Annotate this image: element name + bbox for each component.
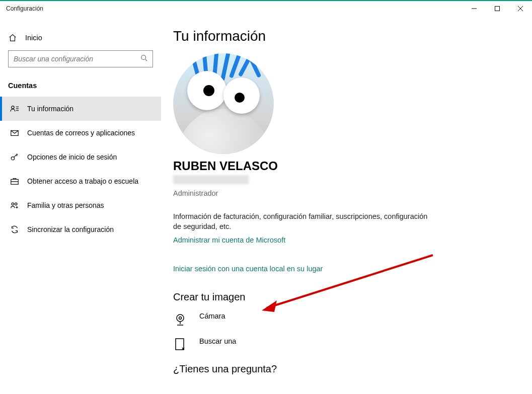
- sidebar: Inicio Cuentas Tu información: [0, 16, 161, 394]
- local-account-link[interactable]: Iniciar sesión con una cuenta local en s…: [173, 265, 323, 273]
- minimize-button[interactable]: [463, 1, 486, 16]
- mail-icon: [10, 128, 19, 137]
- search-icon: [140, 54, 147, 63]
- svg-point-6: [12, 106, 14, 109]
- sidebar-section-header: Cuentas: [0, 70, 161, 97]
- sync-icon: [10, 225, 19, 234]
- camera-option-label: Cámara: [199, 312, 225, 320]
- svg-point-15: [177, 314, 184, 322]
- sidebar-item-family[interactable]: Familia y otras personas: [0, 193, 161, 217]
- svg-line-5: [145, 59, 147, 61]
- sidebar-item-label: Obtener acceso a trabajo o escuela: [27, 177, 138, 185]
- svg-point-4: [141, 55, 146, 60]
- user-email-redacted: [173, 175, 249, 184]
- home-icon: [8, 33, 17, 42]
- main-panel: Tu información RUBEN VELASCO Administrad…: [161, 16, 532, 394]
- create-image-header: Crear tu imagen: [173, 291, 520, 303]
- sidebar-item-work-school[interactable]: Obtener acceso a trabajo o escuela: [0, 169, 161, 193]
- manage-account-link[interactable]: Administrar mi cuenta de Microsoft: [173, 236, 285, 244]
- sidebar-item-email-accounts[interactable]: Cuentas de correos y aplicaciones: [0, 121, 161, 145]
- key-icon: [10, 152, 19, 162]
- user-role: Administrador: [173, 189, 520, 197]
- svg-point-16: [179, 317, 182, 319]
- question-header: ¿Tienes una pregunta?: [173, 363, 520, 375]
- search-input[interactable]: [8, 50, 153, 67]
- svg-point-13: [12, 203, 14, 205]
- sidebar-item-label: Familia y otras personas: [27, 201, 104, 209]
- maximize-button[interactable]: [486, 1, 509, 16]
- close-button[interactable]: [509, 1, 532, 16]
- titlebar: Configuración: [0, 1, 532, 16]
- user-name: RUBEN VELASCO: [173, 159, 520, 173]
- account-description: Información de facturación, configuració…: [173, 211, 435, 232]
- window-controls: [463, 1, 532, 16]
- sidebar-item-label: Opciones de inicio de sesión: [27, 153, 117, 161]
- annotation-arrow: [257, 253, 438, 318]
- svg-rect-1: [495, 7, 500, 11]
- avatar: [173, 53, 274, 154]
- sidebar-item-label: Sincronizar la configuración: [27, 225, 114, 233]
- people-add-icon: [10, 201, 19, 210]
- svg-point-14: [15, 203, 17, 205]
- home-label: Inicio: [25, 34, 42, 42]
- camera-icon: [173, 312, 187, 326]
- sidebar-item-label: Cuentas de correos y aplicaciones: [27, 129, 135, 137]
- page-title: Tu información: [173, 28, 520, 44]
- sidebar-item-your-info[interactable]: Tu información: [0, 97, 161, 121]
- browse-icon: [173, 337, 187, 351]
- person-card-icon: [10, 104, 19, 113]
- search-field[interactable]: [14, 55, 140, 63]
- sidebar-item-signin-options[interactable]: Opciones de inicio de sesión: [0, 145, 161, 169]
- window-title: Configuración: [6, 5, 43, 12]
- svg-point-11: [11, 157, 14, 160]
- camera-option[interactable]: Cámara: [173, 312, 520, 326]
- briefcase-icon: [10, 177, 19, 186]
- sidebar-item-label: Tu información: [27, 105, 73, 113]
- browse-option-label: Buscar una: [199, 337, 236, 345]
- sidebar-item-sync[interactable]: Sincronizar la configuración: [0, 217, 161, 242]
- browse-option[interactable]: Buscar una: [173, 337, 520, 351]
- home-nav-item[interactable]: Inicio: [0, 28, 161, 47]
